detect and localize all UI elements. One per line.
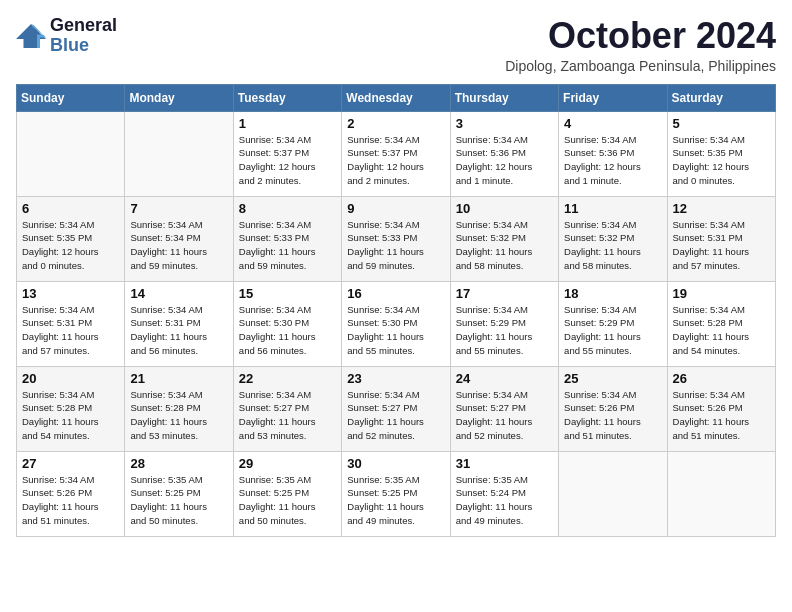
day-number: 30	[347, 456, 444, 471]
calendar-cell: 2Sunrise: 5:34 AM Sunset: 5:37 PM Daylig…	[342, 111, 450, 196]
calendar-cell: 21Sunrise: 5:34 AM Sunset: 5:28 PM Dayli…	[125, 366, 233, 451]
day-info: Sunrise: 5:34 AM Sunset: 5:30 PM Dayligh…	[239, 303, 336, 358]
day-number: 19	[673, 286, 770, 301]
day-info: Sunrise: 5:34 AM Sunset: 5:28 PM Dayligh…	[22, 388, 119, 443]
weekday-header-wednesday: Wednesday	[342, 84, 450, 111]
calendar-cell: 22Sunrise: 5:34 AM Sunset: 5:27 PM Dayli…	[233, 366, 341, 451]
month-title: October 2024	[505, 16, 776, 56]
calendar-cell: 13Sunrise: 5:34 AM Sunset: 5:31 PM Dayli…	[17, 281, 125, 366]
calendar-cell: 8Sunrise: 5:34 AM Sunset: 5:33 PM Daylig…	[233, 196, 341, 281]
calendar-cell: 11Sunrise: 5:34 AM Sunset: 5:32 PM Dayli…	[559, 196, 667, 281]
logo-line2: Blue	[50, 36, 117, 56]
day-number: 9	[347, 201, 444, 216]
day-number: 13	[22, 286, 119, 301]
weekday-header-tuesday: Tuesday	[233, 84, 341, 111]
day-number: 11	[564, 201, 661, 216]
calendar-cell: 18Sunrise: 5:34 AM Sunset: 5:29 PM Dayli…	[559, 281, 667, 366]
day-number: 25	[564, 371, 661, 386]
calendar-cell: 17Sunrise: 5:34 AM Sunset: 5:29 PM Dayli…	[450, 281, 558, 366]
calendar-cell: 19Sunrise: 5:34 AM Sunset: 5:28 PM Dayli…	[667, 281, 775, 366]
calendar-cell: 7Sunrise: 5:34 AM Sunset: 5:34 PM Daylig…	[125, 196, 233, 281]
day-number: 16	[347, 286, 444, 301]
calendar-cell: 30Sunrise: 5:35 AM Sunset: 5:25 PM Dayli…	[342, 451, 450, 536]
calendar-cell: 5Sunrise: 5:34 AM Sunset: 5:35 PM Daylig…	[667, 111, 775, 196]
day-number: 6	[22, 201, 119, 216]
day-info: Sunrise: 5:34 AM Sunset: 5:27 PM Dayligh…	[456, 388, 553, 443]
day-info: Sunrise: 5:34 AM Sunset: 5:27 PM Dayligh…	[239, 388, 336, 443]
day-number: 24	[456, 371, 553, 386]
day-info: Sunrise: 5:34 AM Sunset: 5:37 PM Dayligh…	[347, 133, 444, 188]
day-number: 12	[673, 201, 770, 216]
day-info: Sunrise: 5:34 AM Sunset: 5:32 PM Dayligh…	[456, 218, 553, 273]
weekday-header-friday: Friday	[559, 84, 667, 111]
calendar-cell: 1Sunrise: 5:34 AM Sunset: 5:37 PM Daylig…	[233, 111, 341, 196]
calendar-cell: 31Sunrise: 5:35 AM Sunset: 5:24 PM Dayli…	[450, 451, 558, 536]
day-info: Sunrise: 5:34 AM Sunset: 5:29 PM Dayligh…	[456, 303, 553, 358]
day-info: Sunrise: 5:34 AM Sunset: 5:35 PM Dayligh…	[22, 218, 119, 273]
day-number: 17	[456, 286, 553, 301]
calendar-week-row: 13Sunrise: 5:34 AM Sunset: 5:31 PM Dayli…	[17, 281, 776, 366]
day-number: 5	[673, 116, 770, 131]
day-info: Sunrise: 5:34 AM Sunset: 5:32 PM Dayligh…	[564, 218, 661, 273]
day-info: Sunrise: 5:34 AM Sunset: 5:31 PM Dayligh…	[130, 303, 227, 358]
day-number: 2	[347, 116, 444, 131]
calendar-cell: 6Sunrise: 5:34 AM Sunset: 5:35 PM Daylig…	[17, 196, 125, 281]
day-number: 7	[130, 201, 227, 216]
day-info: Sunrise: 5:35 AM Sunset: 5:25 PM Dayligh…	[239, 473, 336, 528]
logo: General Blue	[16, 16, 117, 56]
day-number: 27	[22, 456, 119, 471]
logo-icon	[16, 24, 46, 48]
calendar-cell: 12Sunrise: 5:34 AM Sunset: 5:31 PM Dayli…	[667, 196, 775, 281]
day-info: Sunrise: 5:34 AM Sunset: 5:29 PM Dayligh…	[564, 303, 661, 358]
calendar-cell: 28Sunrise: 5:35 AM Sunset: 5:25 PM Dayli…	[125, 451, 233, 536]
day-number: 26	[673, 371, 770, 386]
day-info: Sunrise: 5:34 AM Sunset: 5:28 PM Dayligh…	[673, 303, 770, 358]
day-info: Sunrise: 5:34 AM Sunset: 5:27 PM Dayligh…	[347, 388, 444, 443]
day-info: Sunrise: 5:34 AM Sunset: 5:35 PM Dayligh…	[673, 133, 770, 188]
logo-line1: General	[50, 16, 117, 36]
day-info: Sunrise: 5:35 AM Sunset: 5:25 PM Dayligh…	[130, 473, 227, 528]
calendar-cell: 25Sunrise: 5:34 AM Sunset: 5:26 PM Dayli…	[559, 366, 667, 451]
calendar-cell	[559, 451, 667, 536]
day-info: Sunrise: 5:34 AM Sunset: 5:33 PM Dayligh…	[347, 218, 444, 273]
calendar-cell: 3Sunrise: 5:34 AM Sunset: 5:36 PM Daylig…	[450, 111, 558, 196]
calendar-cell	[125, 111, 233, 196]
day-number: 20	[22, 371, 119, 386]
day-info: Sunrise: 5:35 AM Sunset: 5:25 PM Dayligh…	[347, 473, 444, 528]
calendar-week-row: 1Sunrise: 5:34 AM Sunset: 5:37 PM Daylig…	[17, 111, 776, 196]
day-number: 29	[239, 456, 336, 471]
calendar-cell: 29Sunrise: 5:35 AM Sunset: 5:25 PM Dayli…	[233, 451, 341, 536]
day-number: 14	[130, 286, 227, 301]
calendar-cell	[17, 111, 125, 196]
calendar-cell: 24Sunrise: 5:34 AM Sunset: 5:27 PM Dayli…	[450, 366, 558, 451]
calendar-week-row: 20Sunrise: 5:34 AM Sunset: 5:28 PM Dayli…	[17, 366, 776, 451]
day-info: Sunrise: 5:34 AM Sunset: 5:31 PM Dayligh…	[673, 218, 770, 273]
weekday-header-saturday: Saturday	[667, 84, 775, 111]
calendar-cell: 26Sunrise: 5:34 AM Sunset: 5:26 PM Dayli…	[667, 366, 775, 451]
calendar-cell: 9Sunrise: 5:34 AM Sunset: 5:33 PM Daylig…	[342, 196, 450, 281]
day-number: 22	[239, 371, 336, 386]
calendar-cell: 14Sunrise: 5:34 AM Sunset: 5:31 PM Dayli…	[125, 281, 233, 366]
calendar-cell: 4Sunrise: 5:34 AM Sunset: 5:36 PM Daylig…	[559, 111, 667, 196]
day-info: Sunrise: 5:34 AM Sunset: 5:31 PM Dayligh…	[22, 303, 119, 358]
day-info: Sunrise: 5:34 AM Sunset: 5:26 PM Dayligh…	[22, 473, 119, 528]
calendar-cell	[667, 451, 775, 536]
day-info: Sunrise: 5:34 AM Sunset: 5:26 PM Dayligh…	[564, 388, 661, 443]
calendar-cell: 23Sunrise: 5:34 AM Sunset: 5:27 PM Dayli…	[342, 366, 450, 451]
weekday-header-sunday: Sunday	[17, 84, 125, 111]
day-number: 4	[564, 116, 661, 131]
weekday-header-thursday: Thursday	[450, 84, 558, 111]
day-number: 31	[456, 456, 553, 471]
day-number: 1	[239, 116, 336, 131]
calendar-cell: 20Sunrise: 5:34 AM Sunset: 5:28 PM Dayli…	[17, 366, 125, 451]
calendar-cell: 15Sunrise: 5:34 AM Sunset: 5:30 PM Dayli…	[233, 281, 341, 366]
day-info: Sunrise: 5:34 AM Sunset: 5:37 PM Dayligh…	[239, 133, 336, 188]
day-info: Sunrise: 5:34 AM Sunset: 5:33 PM Dayligh…	[239, 218, 336, 273]
day-info: Sunrise: 5:34 AM Sunset: 5:36 PM Dayligh…	[564, 133, 661, 188]
day-number: 21	[130, 371, 227, 386]
calendar-cell: 16Sunrise: 5:34 AM Sunset: 5:30 PM Dayli…	[342, 281, 450, 366]
day-number: 23	[347, 371, 444, 386]
calendar-week-row: 27Sunrise: 5:34 AM Sunset: 5:26 PM Dayli…	[17, 451, 776, 536]
day-info: Sunrise: 5:34 AM Sunset: 5:36 PM Dayligh…	[456, 133, 553, 188]
day-number: 18	[564, 286, 661, 301]
